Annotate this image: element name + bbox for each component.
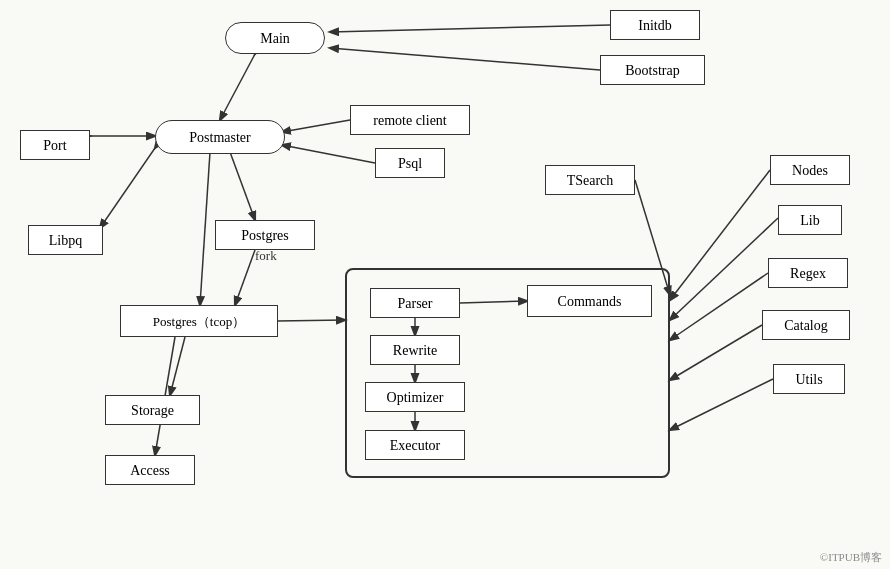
svg-line-2: [220, 54, 255, 120]
svg-line-19: [670, 218, 778, 320]
node-access: Access: [105, 455, 195, 485]
node-rewrite: Rewrite: [370, 335, 460, 365]
node-postmaster: Postmaster: [155, 120, 285, 154]
node-initdb: Initdb: [610, 10, 700, 40]
node-psql: Psql: [375, 148, 445, 178]
node-pgstcop: Postgres（tcop）: [120, 305, 278, 337]
node-regex: Regex: [768, 258, 848, 288]
node-bootstrap: Bootstrap: [600, 55, 705, 85]
node-nodes: Nodes: [770, 155, 850, 185]
diagram: Main Initdb Bootstrap Port Postmaster re…: [0, 0, 890, 569]
svg-line-11: [170, 337, 185, 395]
node-catalog: Catalog: [762, 310, 850, 340]
node-libpq: Libpq: [28, 225, 103, 255]
svg-line-21: [670, 325, 762, 380]
node-postgres: Postgres: [215, 220, 315, 250]
node-executor: Executor: [365, 430, 465, 460]
node-tsearch: TSearch: [545, 165, 635, 195]
node-remoteclient: remote client: [350, 105, 470, 135]
svg-line-20: [670, 273, 768, 340]
node-main: Main: [225, 22, 325, 54]
svg-line-22: [670, 379, 773, 430]
svg-line-1: [330, 48, 600, 70]
node-optimizer: Optimizer: [365, 382, 465, 412]
svg-line-0: [330, 25, 610, 32]
svg-line-7: [230, 152, 255, 220]
svg-line-4: [282, 120, 350, 132]
svg-line-8: [200, 152, 210, 305]
node-storage: Storage: [105, 395, 200, 425]
node-utils: Utils: [773, 364, 845, 394]
svg-line-10: [277, 320, 345, 321]
node-commands: Commands: [527, 285, 652, 317]
svg-line-9: [235, 250, 255, 305]
node-port: Port: [20, 130, 90, 160]
svg-line-5: [282, 145, 375, 163]
watermark: ©ITPUB博客: [820, 550, 882, 565]
svg-line-18: [670, 170, 770, 300]
svg-line-6: [100, 148, 155, 228]
node-parser: Parser: [370, 288, 460, 318]
node-lib: Lib: [778, 205, 842, 235]
fork-label: fork: [255, 248, 277, 264]
